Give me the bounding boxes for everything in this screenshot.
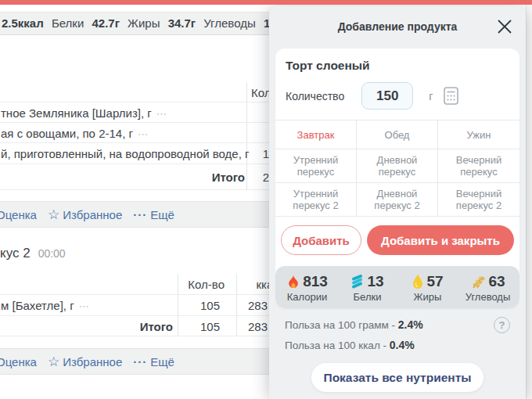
fat-value: 34.7г bbox=[168, 16, 196, 30]
star-icon: ☆ bbox=[48, 355, 59, 368]
benefit-block: Польза на 100 грамм - 2.4% Польза на 100… bbox=[269, 308, 526, 351]
app-screen: 2.5ккал Белки 42.7г Жиры 34.7г Углеводы … bbox=[0, 0, 532, 399]
meal-option-evening-snack[interactable]: Вечерний перекус bbox=[438, 149, 519, 183]
qty-column-header: Кол-во bbox=[178, 278, 231, 291]
protein-value: 42.7г bbox=[92, 16, 119, 30]
favorite-link[interactable]: ☆Избранное bbox=[48, 355, 122, 368]
add-button[interactable]: Добавить bbox=[281, 225, 361, 255]
total-label: Итого bbox=[94, 319, 173, 332]
benefit-per-100g: Польза на 100 грамм - 2.4% bbox=[285, 318, 510, 331]
total-qty: 105 bbox=[178, 319, 231, 332]
protein-label: Белки bbox=[52, 16, 84, 30]
product-name: Торт слоеный bbox=[275, 49, 519, 76]
total-kcal: 2.5ккал bbox=[2, 16, 44, 30]
modal-header: Добавление продукта bbox=[269, 6, 526, 47]
add-product-modal: Добавление продукта Торт слоеный Количес… bbox=[269, 6, 526, 399]
meal-option-lunch[interactable]: Обед bbox=[357, 120, 438, 149]
meal-option-evening-snack-2[interactable]: Вечерний перекус 2 bbox=[438, 183, 519, 217]
fat-drop-icon bbox=[412, 274, 424, 289]
table-row[interactable]: тное Земляника [Шарлиз], г⋯ bbox=[0, 102, 269, 123]
favorite-label: Избранное bbox=[63, 208, 122, 221]
calculator-button[interactable] bbox=[444, 87, 458, 105]
favorite-label: Избранное bbox=[63, 355, 122, 368]
carbs-label: Углеводы bbox=[466, 291, 511, 303]
nutrition-protein: 13 Белки bbox=[337, 273, 397, 303]
rate-link[interactable]: Оценка bbox=[0, 208, 37, 221]
meal-option-dinner[interactable]: Ужин bbox=[438, 120, 519, 149]
meal-section-title: кус 200:00 bbox=[0, 246, 66, 261]
section-time[interactable]: 00:00 bbox=[38, 247, 66, 260]
wheat-icon bbox=[470, 275, 486, 289]
page-scroll-edge bbox=[526, 5, 532, 399]
quantity-row: Количество г bbox=[275, 76, 519, 120]
row-more-icon[interactable]: ⋯ bbox=[79, 300, 90, 312]
star-icon: ☆ bbox=[48, 208, 59, 221]
calculator-icon bbox=[444, 87, 458, 105]
table-total-row: Итого 105 283 bbox=[0, 316, 269, 336]
fat-label: Жиры bbox=[414, 291, 442, 303]
meal-option-morning-snack-2[interactable]: Утренний перекус 2 bbox=[275, 183, 357, 217]
table-row[interactable]: й, приготовленный, на водопроводной воде… bbox=[0, 143, 269, 164]
help-icon[interactable]: ? bbox=[494, 317, 510, 333]
food-kcal: 283 bbox=[236, 299, 271, 312]
favorite-link[interactable]: ☆Избранное bbox=[48, 208, 122, 221]
meal-option-day-snack[interactable]: Дневной перекус bbox=[357, 149, 438, 183]
nutrition-summary: 813 Калории 13 Белки bbox=[275, 266, 519, 308]
protein-label: Белки bbox=[354, 291, 382, 303]
ellipsis-icon: ··· bbox=[133, 355, 147, 368]
total-kcal: 283 bbox=[236, 319, 271, 332]
quantity-unit: г bbox=[429, 90, 433, 102]
quantity-label: Количество bbox=[286, 90, 344, 102]
top-accent-bar bbox=[0, 0, 532, 5]
rate-label: Оценка bbox=[0, 355, 37, 368]
rate-link[interactable]: Оценка bbox=[0, 355, 37, 368]
nutrition-calories: 813 Калории bbox=[277, 273, 337, 303]
food-qty: 1 bbox=[235, 147, 269, 160]
meal-selector: Завтрак Обед Ужин Утренний перекус Дневн… bbox=[275, 120, 519, 217]
more-label: Ещё bbox=[150, 355, 174, 368]
quantity-input[interactable] bbox=[361, 82, 413, 110]
nutrition-fat: 57 Жиры bbox=[397, 273, 458, 303]
carbs-value: 63 bbox=[488, 273, 505, 290]
more-label: Ещё bbox=[150, 208, 174, 221]
meal-option-day-snack-2[interactable]: Дневной перекус 2 bbox=[357, 183, 438, 217]
product-card: Торт слоеный Количество г Завтрак Обед bbox=[275, 49, 519, 308]
benefit-100g-value: 2.4% bbox=[398, 318, 423, 331]
table-header-row: Кол-во ккал bbox=[0, 274, 269, 295]
benefit-100kcal-label: Польза на 100 ккал - bbox=[285, 340, 386, 351]
nutrition-carbs: 63 Углеводы bbox=[458, 273, 518, 303]
food-name[interactable]: й, приготовленный, на водопроводной воде… bbox=[1, 147, 250, 160]
protein-icon bbox=[350, 275, 365, 289]
modal-title: Добавление продукта bbox=[269, 6, 526, 33]
more-link[interactable]: ···Ещё bbox=[133, 355, 174, 368]
food-qty: 105 bbox=[178, 299, 231, 312]
meal-option-breakfast[interactable]: Завтрак bbox=[275, 120, 357, 149]
close-button[interactable] bbox=[494, 16, 516, 38]
benefit-100kcal-value: 0.4% bbox=[390, 339, 415, 351]
total-label: Итого bbox=[156, 171, 245, 184]
food-name[interactable]: м [Бахетле], г bbox=[1, 299, 74, 312]
fat-label: Жиры bbox=[128, 16, 160, 30]
modal-buttons: Добавить Добавить и закрыть bbox=[275, 217, 519, 264]
more-link[interactable]: ···Ещё bbox=[133, 208, 174, 221]
flame-icon bbox=[286, 274, 300, 289]
show-all-nutrients-button[interactable]: Показать все нутриенты bbox=[311, 363, 483, 392]
rate-label: Оценка bbox=[0, 208, 37, 221]
row-more-icon[interactable]: ⋯ bbox=[138, 128, 149, 139]
table-row[interactable]: м [Бахетле], г⋯ 105 283 bbox=[0, 295, 269, 316]
calories-value: 813 bbox=[303, 273, 328, 290]
food-name[interactable]: ая с овощами, по 2-14, г bbox=[1, 126, 133, 139]
fat-value: 57 bbox=[426, 273, 443, 290]
row-more-icon[interactable]: ⋯ bbox=[156, 107, 167, 119]
meal-option-morning-snack[interactable]: Утренний перекус bbox=[275, 149, 357, 183]
add-and-close-button[interactable]: Добавить и закрыть bbox=[367, 225, 514, 255]
protein-value: 13 bbox=[367, 273, 383, 290]
carbs-label: Углеводы bbox=[203, 16, 255, 30]
table-total-row: Итого 2 bbox=[0, 164, 269, 190]
food-name[interactable]: тное Земляника [Шарлиз], г bbox=[1, 106, 152, 119]
section-title-text: кус 2 bbox=[0, 246, 31, 261]
ellipsis-icon: ··· bbox=[133, 208, 147, 221]
table-row[interactable]: ая с овощами, по 2-14, г⋯ bbox=[0, 123, 269, 143]
table-header-row: Кол-во bbox=[0, 82, 269, 102]
calories-label: Калории bbox=[287, 291, 328, 303]
